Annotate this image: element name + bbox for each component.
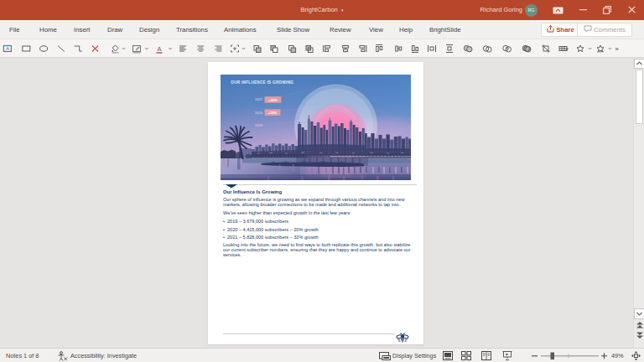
svg-text:2019: 2019 — [255, 123, 263, 127]
svg-text:A: A — [157, 45, 161, 53]
svg-text:+32%: +32% — [268, 98, 278, 102]
svg-text:2021: 2021 — [255, 97, 263, 101]
svg-text:»: » — [615, 45, 618, 53]
svg-text:A: A — [6, 46, 9, 51]
svg-text:2020: 2020 — [255, 111, 263, 115]
svg-text:OUR INFLUENCE IS GROWING: OUR INFLUENCE IS GROWING — [231, 80, 293, 85]
svg-text:+28%: +28% — [268, 111, 278, 115]
